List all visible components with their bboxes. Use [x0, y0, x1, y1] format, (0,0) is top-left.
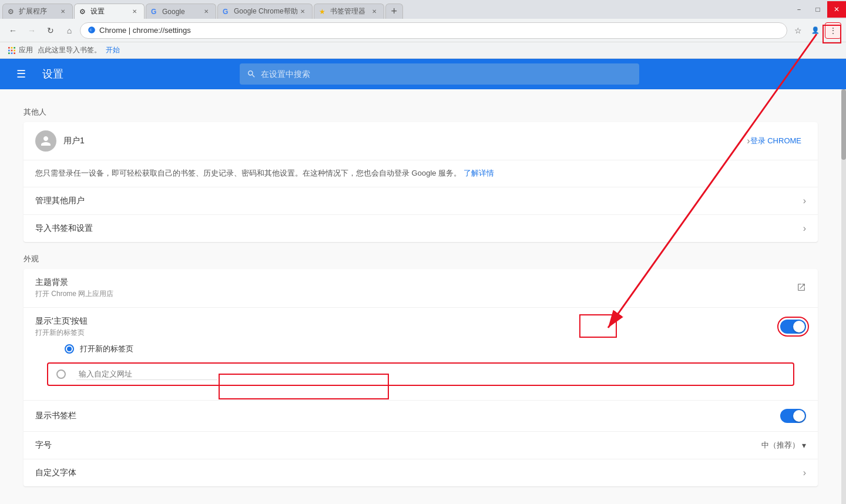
tab-help[interactable]: G Google Chrome帮助 ✕	[217, 4, 313, 19]
radio-new-tab-label: 打开新的标签页	[80, 344, 133, 354]
bookmarks-tab-close[interactable]: ✕	[370, 7, 379, 16]
radio-custom-url-circle	[56, 369, 66, 379]
scrollbar[interactable]	[841, 89, 846, 504]
show-home-toggle[interactable]	[780, 320, 806, 334]
theme-row[interactable]: 主题背景 打开 Chrome 网上应用店	[24, 269, 818, 308]
close-button[interactable]: ✕	[827, 1, 846, 18]
theme-label: 主题背景	[35, 277, 797, 288]
extensions-tab-icon: ⚙	[8, 8, 16, 16]
bookmarks-tab-label: 书签管理器	[330, 6, 370, 16]
tab-bookmarks[interactable]: ★ 书签管理器 ✕	[314, 4, 384, 19]
show-home-row: 显示'主页'按钮 打开新的标签页	[35, 316, 806, 338]
tab-google[interactable]: G Google ✕	[146, 4, 216, 19]
settings-search-input[interactable]	[261, 69, 632, 79]
search-icon	[247, 69, 256, 79]
font-size-dropdown-icon: ▾	[802, 441, 806, 450]
appearance-card: 主题背景 打开 Chrome 网上应用店 显示'主页'按钮 打开新的标签页	[24, 269, 818, 486]
settings-tab-icon: ⚙	[79, 8, 88, 16]
settings-page-title: 设置	[42, 67, 63, 81]
custom-font-chevron-icon: ›	[803, 468, 806, 478]
svg-rect-9	[11, 52, 13, 54]
manage-users-label: 管理其他用户	[35, 196, 803, 206]
google-tab-close[interactable]: ✕	[202, 7, 211, 16]
bookmarks-bar-toggle[interactable]	[780, 409, 806, 423]
manage-users-row[interactable]: 管理其他用户 ›	[24, 187, 818, 215]
svg-rect-10	[14, 52, 15, 54]
external-link-icon	[797, 283, 806, 294]
user-profile-button[interactable]: 👤	[807, 22, 824, 39]
window-controls: － □ ✕	[790, 0, 846, 19]
radio-custom-url-row[interactable]	[47, 362, 794, 386]
extensions-tab-close[interactable]: ✕	[58, 7, 68, 16]
font-size-label: 字号	[35, 440, 761, 451]
user-row[interactable]: 用户1 › 登录 CHROME	[24, 122, 818, 160]
forward-button[interactable]: →	[24, 22, 40, 39]
apps-label: 应用	[19, 45, 33, 55]
font-size-row[interactable]: 字号 中（推荐） ▾	[24, 432, 818, 459]
tab-settings[interactable]: ⚙ 设置 ✕	[74, 4, 145, 19]
import-bookmarks-label: 导入书签和设置	[35, 223, 803, 234]
chrome-icon: C	[88, 26, 96, 35]
address-bar[interactable]: C Chrome | chrome://settings	[80, 22, 787, 39]
bookmarks-toggle-thumb	[793, 410, 805, 422]
others-section-title: 其他人	[24, 107, 818, 117]
avatar	[35, 130, 56, 152]
new-tab-button[interactable]: +	[385, 4, 403, 19]
import-label: 点此这里导入书签。	[38, 45, 101, 55]
svg-rect-6	[11, 49, 13, 51]
user-name-label: 用户1	[63, 136, 747, 146]
custom-url-input[interactable]	[76, 368, 217, 380]
help-tab-close[interactable]: ✕	[298, 7, 307, 16]
nav-right-buttons: ☆ 👤 ⋮	[790, 22, 841, 39]
settings-search-box[interactable]	[240, 63, 639, 85]
signin-link[interactable]: 登录 CHROME	[750, 136, 801, 146]
maximize-button[interactable]: □	[808, 1, 827, 18]
help-tab-label: Google Chrome帮助	[234, 6, 298, 16]
title-bar: ⚙ 扩展程序 ✕ ⚙ 设置 ✕ G Google ✕ G Google Chro…	[0, 0, 846, 19]
content-area: 其他人 用户1 › 登录 CHROME 您只需登录任一设备，即可轻松获取自己的书…	[0, 89, 841, 504]
svg-text:C: C	[90, 28, 92, 32]
settings-tab-close[interactable]: ✕	[130, 7, 139, 16]
help-tab-icon: G	[223, 8, 231, 16]
svg-rect-8	[8, 52, 10, 54]
learn-more-link[interactable]: 了解详情	[464, 169, 494, 177]
show-home-label: 显示'主页'按钮	[35, 316, 780, 327]
custom-font-row[interactable]: 自定义字体 ›	[24, 459, 818, 486]
main-container: 其他人 用户1 › 登录 CHROME 您只需登录任一设备，即可轻松获取自己的书…	[0, 89, 846, 504]
svg-rect-3	[11, 47, 13, 49]
svg-rect-2	[8, 47, 10, 49]
theme-sublabel: 打开 Chrome 网上应用店	[35, 289, 797, 299]
start-link[interactable]: 开始	[106, 45, 120, 55]
svg-rect-5	[8, 49, 10, 51]
radio-new-tab-row[interactable]: 打开新的标签页	[35, 338, 806, 360]
hamburger-icon[interactable]: ☰	[12, 65, 31, 83]
radio-new-tab-circle	[65, 344, 74, 354]
import-bookmarks-row[interactable]: 导入书签和设置 ›	[24, 215, 818, 242]
appearance-section-title: 外观	[24, 254, 818, 264]
svg-rect-4	[14, 47, 15, 49]
bookmarks-bar-label: 显示书签栏	[35, 411, 780, 421]
settings-tab-label: 设置	[90, 6, 130, 16]
minimize-button[interactable]: －	[790, 1, 808, 18]
settings-header: ☰ 设置	[0, 59, 846, 89]
tab-extensions[interactable]: ⚙ 扩展程序 ✕	[2, 4, 73, 19]
bookmarks-bar-row[interactable]: 显示书签栏	[24, 401, 818, 432]
manage-users-chevron-icon: ›	[803, 196, 806, 206]
menu-button[interactable]: ⋮	[825, 22, 841, 39]
apps-shortcut[interactable]: 应用	[7, 45, 33, 55]
scrollbar-thumb	[841, 89, 846, 160]
home-button[interactable]: ⌂	[61, 22, 78, 39]
address-text: Chrome | chrome://settings	[99, 26, 780, 35]
back-button[interactable]: ←	[5, 22, 21, 39]
reload-button[interactable]: ↻	[42, 22, 59, 39]
google-tab-icon: G	[151, 8, 159, 16]
show-home-section: 显示'主页'按钮 打开新的标签页 打开新的标签页	[24, 308, 818, 401]
signin-description: 您只需登录任一设备，即可轻松获取自己的书签、历史记录、密码和其他设置。在这种情况…	[24, 160, 818, 187]
bookmarks-bar: 应用 点此这里导入书签。 开始	[0, 42, 846, 59]
tabs-row: ⚙ 扩展程序 ✕ ⚙ 设置 ✕ G Google ✕ G Google Chro…	[0, 0, 846, 19]
toggle-thumb	[793, 321, 805, 332]
bookmarks-tab-icon: ★	[319, 8, 327, 16]
custom-font-label: 自定义字体	[35, 468, 803, 478]
bookmark-button[interactable]: ☆	[790, 22, 806, 39]
nav-bar: ← → ↻ ⌂ C Chrome | chrome://settings ☆ 👤…	[0, 19, 846, 42]
